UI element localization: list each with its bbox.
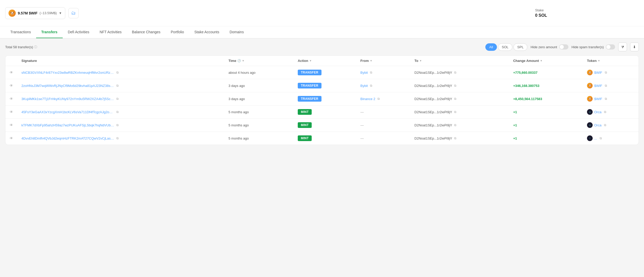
to-copy-icon[interactable]: ⧉ xyxy=(454,110,456,114)
wallet-selector[interactable]: 🐶 9.57M $WIF (~13.59M$) ▼ xyxy=(5,7,65,19)
token-copy-icon[interactable]: ⧉ xyxy=(605,84,607,87)
row-eye-icon[interactable]: 👁 xyxy=(10,70,13,75)
to-copy-icon[interactable]: ⧉ xyxy=(454,97,456,101)
col-token: Token ▼ xyxy=(583,56,639,66)
filter-spl-btn[interactable]: SPL xyxy=(513,43,528,51)
tab-stake[interactable]: Stake Accounts xyxy=(189,26,224,38)
token-copy-icon[interactable]: ⧉ xyxy=(604,110,606,114)
to-address: D2Noat1SEp...1r2iePi9jY xyxy=(414,123,452,127)
tab-portfolio[interactable]: Portfolio xyxy=(166,26,189,38)
from-link[interactable]: Bybit xyxy=(360,71,368,75)
filter-sol-btn[interactable]: SOL xyxy=(498,43,512,51)
info-icon[interactable]: ⓘ xyxy=(34,45,37,49)
total-label: Total 58 transfer(s) ⓘ xyxy=(5,45,482,49)
token-link[interactable]: Orca xyxy=(594,110,601,114)
copy-icon[interactable]: ⧉ xyxy=(116,136,119,140)
to-sort-icon[interactable]: ▼ xyxy=(419,59,422,62)
hide-spam-toggle[interactable] xyxy=(606,44,615,50)
tab-domains[interactable]: Domains xyxy=(224,26,249,38)
download-icon-btn[interactable]: ⬇ xyxy=(630,43,639,51)
token-copy-icon[interactable]: ⧉ xyxy=(605,71,607,74)
time-sort-icon[interactable]: ▼ xyxy=(242,59,245,62)
to-copy-icon[interactable]: ⧉ xyxy=(454,71,456,74)
copy-icon[interactable]: ⧉ xyxy=(116,97,119,101)
to-copy-icon[interactable]: ⧉ xyxy=(454,84,456,87)
tabs-bar: Transactions Transfers Defi Activities N… xyxy=(0,26,644,38)
signature-link[interactable]: sNCB3GVXNLF4r87Yxv23w8wRBZKnhmeuqHfMvr2o… xyxy=(21,71,114,75)
token-link[interactable]: $WIF xyxy=(594,97,602,101)
token-link[interactable]: ... xyxy=(594,136,597,140)
token-copy-icon[interactable]: ⧉ xyxy=(604,123,606,127)
change-amount: +1 xyxy=(513,123,517,127)
to-address: D2Noat1SEp...1r2iePi9jY xyxy=(414,84,452,88)
wallet-usd: (~13.59M$) xyxy=(39,11,57,15)
time-text: 5 months ago xyxy=(229,123,249,127)
from-dash: — xyxy=(360,123,364,127)
action-sort-icon[interactable]: ▼ xyxy=(309,59,312,62)
from-copy-icon[interactable]: ⧉ xyxy=(377,97,380,101)
row-eye-icon[interactable]: 👁 xyxy=(10,97,13,101)
hide-spam-label: Hide spam transfer(s) xyxy=(571,45,604,49)
action-badge: TRANSFER xyxy=(298,83,321,88)
token-sort-icon[interactable]: ▼ xyxy=(598,59,600,62)
signature-link[interactable]: 2zoHNsJ3M7wqWWvRjJNyCf9Mo6d29kvha81pAJ23… xyxy=(21,84,114,88)
token-copy-icon[interactable]: ⧉ xyxy=(600,136,602,140)
from-link[interactable]: Binance 2 xyxy=(360,97,375,101)
token-link[interactable]: $WIF xyxy=(594,71,602,75)
to-address: D2Noat1SEp...1r2iePi9jY xyxy=(414,71,452,75)
table-row: 👁45FsY3eGaAX3xYzcgXmH1bcKLV6sVa711Df4fTc… xyxy=(5,105,639,119)
wallet-amount: 9.57M $WIF xyxy=(18,11,37,15)
col-action: Action ▼ xyxy=(294,56,356,66)
token-link[interactable]: $WIF xyxy=(594,84,602,88)
from-link[interactable]: Bybit xyxy=(360,84,368,88)
filter-icon-btn[interactable]: ⧩ xyxy=(618,43,627,51)
amount-sort-icon[interactable]: ▼ xyxy=(540,59,543,62)
signature-link[interactable]: 4DvvEh8Dmfh4QVbJd2eqmHzFTRK2mAT27CQwV2vC… xyxy=(21,136,114,140)
token-link[interactable]: Orca xyxy=(594,123,601,127)
wallet-icon-button[interactable]: 🗂 xyxy=(68,8,79,18)
to-copy-icon[interactable]: ⧉ xyxy=(454,136,456,140)
token-copy-icon[interactable]: ⧉ xyxy=(605,97,607,101)
tab-transactions[interactable]: Transactions xyxy=(5,26,36,38)
from-copy-icon[interactable]: ⧉ xyxy=(370,84,372,87)
row-eye-icon[interactable]: 👁 xyxy=(10,110,13,114)
time-text: about 4 hours ago xyxy=(229,71,256,75)
table-row: 👁2zoHNsJ3M7wqWWvRjJNyCf9Mo6d29kvha81pAJ2… xyxy=(5,79,639,92)
token-avatar: ◎ xyxy=(587,122,593,128)
row-eye-icon[interactable]: 👁 xyxy=(10,84,13,88)
download-icon: ⬇ xyxy=(633,45,636,49)
row-eye-icon[interactable]: 👁 xyxy=(10,123,13,127)
content-area: Total 58 transfer(s) ⓘ All SOL SPL Hide … xyxy=(0,38,644,149)
copy-icon[interactable]: ⧉ xyxy=(116,71,119,74)
action-badge: TRANSFER xyxy=(298,96,321,102)
time-text: 5 months ago xyxy=(229,110,249,114)
from-sort-icon[interactable]: ▼ xyxy=(370,59,372,62)
table-row: 👁sNCB3GVXNLF4r87Yxv23w8wRBZKnhmeuqHfMvr2… xyxy=(5,66,639,79)
tab-nft[interactable]: NFT Activities xyxy=(94,26,127,38)
hide-spam-toggle-group: Hide spam transfer(s) xyxy=(571,44,615,50)
table-row: 👁kTFMK7dXbFp95ahzH59az7wzPUKuAFSjLSbqk7h… xyxy=(5,119,639,132)
tab-balance[interactable]: Balance Changes xyxy=(127,26,166,38)
signature-link[interactable]: 3Kuj4MKk1se7Tj1FrHkyKUNy972nYm9u5RW2XZA4… xyxy=(21,97,114,101)
signature-link[interactable]: kTFMK7dXbFp95ahzH59az7wzPUKuAFSjLSbqk7hq… xyxy=(21,123,114,127)
hide-zero-toggle[interactable] xyxy=(559,44,568,50)
row-eye-icon[interactable]: 👁 xyxy=(10,136,13,140)
time-text: 3 days ago xyxy=(229,84,245,88)
table-row: 👁3Kuj4MKk1se7Tj1FrHkyKUNy972nYm9u5RW2XZA… xyxy=(5,92,639,105)
hide-zero-toggle-group: Hide zero amount xyxy=(530,44,568,50)
transfers-table: Signature Time 🕐 ▼ Action ▼ xyxy=(5,55,639,145)
copy-icon[interactable]: ⧉ xyxy=(116,123,119,127)
tab-defi[interactable]: Defi Activities xyxy=(63,26,94,38)
wallet-avatar: 🐶 xyxy=(9,10,16,17)
copy-icon[interactable]: ⧉ xyxy=(116,84,119,87)
to-copy-icon[interactable]: ⧉ xyxy=(454,123,456,127)
token-avatar: 🐶 xyxy=(587,96,593,102)
col-change-amount: Change Amount ▼ xyxy=(509,56,583,66)
tab-transfers[interactable]: Transfers xyxy=(36,26,63,38)
filter-all-btn[interactable]: All xyxy=(485,43,497,51)
copy-icon[interactable]: ⧉ xyxy=(116,110,119,114)
change-amount: +1 xyxy=(513,110,517,114)
from-copy-icon[interactable]: ⧉ xyxy=(370,71,372,74)
signature-link[interactable]: 45FsY3eGaAX3xYzcgXmH1bcKLV6sVa711Df4fTcg… xyxy=(21,110,114,114)
clock-icon: 🕐 xyxy=(237,59,241,62)
